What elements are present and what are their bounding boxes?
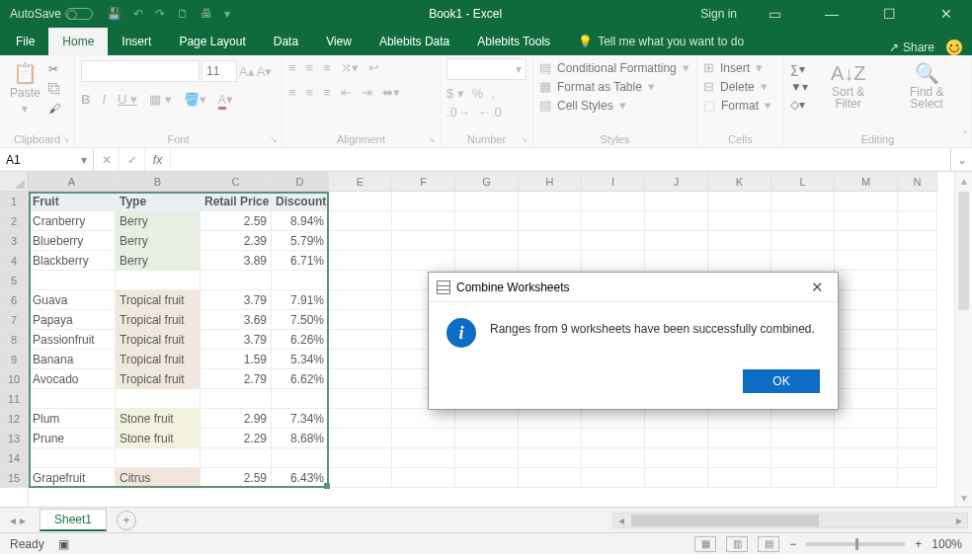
collapse-ribbon-icon[interactable]: ˄ xyxy=(962,129,968,143)
cell[interactable]: 6.62% xyxy=(272,369,329,389)
autosave-toggle[interactable]: AutoSave xyxy=(10,7,93,21)
close-button[interactable]: ✕ xyxy=(927,0,966,28)
underline-button[interactable]: U ▾ xyxy=(118,92,137,107)
autosum-icon[interactable]: ∑▾ xyxy=(790,62,808,76)
cell[interactable] xyxy=(898,192,937,211)
column-header[interactable]: N xyxy=(898,172,937,192)
cell[interactable]: Blueberry xyxy=(29,231,116,251)
save-icon[interactable]: 💾 xyxy=(107,7,122,21)
column-header[interactable]: D xyxy=(272,172,329,192)
orientation-icon[interactable]: ⤭▾ xyxy=(341,60,359,75)
row-header[interactable]: 13 xyxy=(0,429,28,448)
cell[interactable] xyxy=(898,389,937,409)
cell[interactable] xyxy=(771,211,835,231)
cell[interactable] xyxy=(116,448,201,468)
column-header[interactable]: I xyxy=(582,172,645,192)
column-header[interactable]: G xyxy=(455,172,519,192)
column-header[interactable]: H xyxy=(519,172,582,192)
cell[interactable] xyxy=(898,271,937,290)
cell[interactable] xyxy=(708,251,771,271)
cell[interactable] xyxy=(329,468,392,488)
align-left-icon[interactable]: ≡ xyxy=(288,85,296,100)
cell[interactable] xyxy=(392,231,455,251)
cell[interactable]: Citrus xyxy=(116,468,201,488)
cell[interactable]: Avocado xyxy=(29,369,116,389)
cell[interactable]: 5.34% xyxy=(272,350,329,369)
cell[interactable] xyxy=(455,468,519,488)
cell[interactable] xyxy=(329,192,392,211)
dialog-launcher-icon[interactable]: ↘ xyxy=(521,134,528,144)
cell[interactable] xyxy=(329,290,392,310)
cell[interactable] xyxy=(835,310,898,330)
row-header[interactable]: 7 xyxy=(0,310,28,330)
cell[interactable] xyxy=(329,310,392,330)
italic-button[interactable]: I xyxy=(102,92,106,107)
column-header[interactable]: K xyxy=(708,172,771,192)
cell[interactable]: Tropical fruit xyxy=(116,369,201,389)
comma-icon[interactable]: , xyxy=(491,86,495,101)
cell[interactable] xyxy=(708,429,771,448)
conditional-formatting-button[interactable]: ▤Conditional Formatting▾ xyxy=(539,58,690,77)
column-header[interactable]: B xyxy=(116,172,201,192)
cell[interactable] xyxy=(329,271,392,290)
select-all-corner[interactable] xyxy=(0,172,28,192)
align-middle-icon[interactable]: ≡ xyxy=(306,60,314,75)
cell[interactable] xyxy=(455,231,519,251)
cell[interactable] xyxy=(898,251,937,271)
cell[interactable] xyxy=(392,468,455,488)
cell[interactable] xyxy=(645,448,708,468)
cell[interactable] xyxy=(519,429,582,448)
cell[interactable] xyxy=(329,231,392,251)
row-header[interactable]: 15 xyxy=(0,468,28,488)
cell[interactable]: Berry xyxy=(116,251,201,271)
cell[interactable]: Type xyxy=(116,192,201,211)
cell[interactable]: Blackberry xyxy=(29,251,116,271)
cell[interactable]: Berry xyxy=(116,231,201,251)
clear-icon[interactable]: ◇▾ xyxy=(790,98,808,112)
cell[interactable] xyxy=(455,448,519,468)
cancel-formula-icon[interactable]: ✕ xyxy=(94,148,120,171)
number-format-select[interactable]: ▾ xyxy=(446,58,526,80)
cell[interactable] xyxy=(329,330,392,350)
cell[interactable] xyxy=(835,448,898,468)
cell[interactable] xyxy=(898,350,937,369)
formula-input[interactable] xyxy=(171,148,950,171)
dialog-launcher-icon[interactable]: ↘ xyxy=(62,134,70,144)
cell[interactable] xyxy=(392,192,455,211)
cell[interactable] xyxy=(835,231,898,251)
cell[interactable] xyxy=(771,468,835,488)
ribbon-display-icon[interactable]: ▭ xyxy=(755,0,794,28)
cell[interactable] xyxy=(582,192,645,211)
cell[interactable] xyxy=(898,231,937,251)
cell[interactable]: 2.59 xyxy=(201,468,272,488)
view-normal-icon[interactable]: ▦ xyxy=(694,536,716,552)
cell[interactable] xyxy=(645,409,708,429)
cell[interactable] xyxy=(519,211,582,231)
cell[interactable]: 2.59 xyxy=(201,211,272,231)
tellme-search[interactable]: 💡 Tell me what you want to do xyxy=(564,28,758,55)
tab-pagelayout[interactable]: Page Layout xyxy=(165,28,259,55)
cell[interactable] xyxy=(708,192,771,211)
insert-cells-button[interactable]: ⊞Insert▾ xyxy=(703,58,777,77)
tab-ablebits-data[interactable]: Ablebits Data xyxy=(365,28,463,55)
horizontal-scrollbar[interactable]: ◂ ▸ xyxy=(136,513,972,528)
cell[interactable]: 7.91% xyxy=(272,290,329,310)
cell[interactable] xyxy=(771,409,835,429)
cell[interactable] xyxy=(582,468,645,488)
cell[interactable]: 8.68% xyxy=(272,429,329,448)
ok-button[interactable]: OK xyxy=(743,369,820,393)
format-as-table-button[interactable]: ▦Format as Table▾ xyxy=(539,77,690,96)
scroll-thumb[interactable] xyxy=(631,515,819,526)
tab-home[interactable]: Home xyxy=(48,28,108,55)
cell[interactable]: 1.59 xyxy=(201,350,272,369)
cell[interactable] xyxy=(519,409,582,429)
increase-indent-icon[interactable]: ⇥ xyxy=(362,85,372,100)
cell[interactable] xyxy=(835,211,898,231)
cell[interactable] xyxy=(708,468,771,488)
cell[interactable]: Tropical fruit xyxy=(116,310,201,330)
cell[interactable]: Banana xyxy=(29,350,116,369)
cell[interactable] xyxy=(835,350,898,369)
column-header[interactable]: J xyxy=(645,172,708,192)
column-header[interactable]: M xyxy=(835,172,898,192)
cell[interactable] xyxy=(392,409,455,429)
